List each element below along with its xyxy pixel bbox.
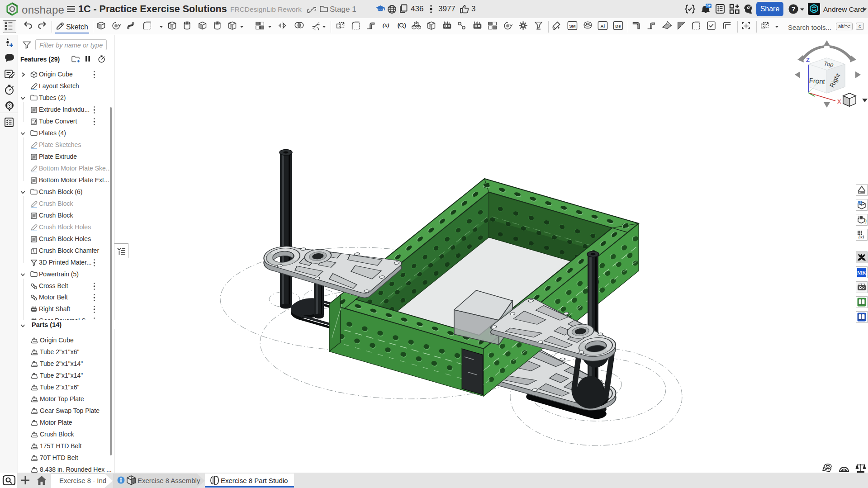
- svg-text:Front: Front: [809, 76, 825, 85]
- svg-text:Ai: Ai: [601, 24, 605, 28]
- svg-text:): ): [404, 22, 406, 28]
- svg-text:?: ?: [791, 5, 795, 13]
- svg-text:9+: 9+: [707, 4, 711, 8]
- svg-text:0 0 0: 0 0 0: [860, 282, 864, 284]
- svg-text:(x): (x): [383, 22, 389, 28]
- svg-text:MK: MK: [857, 270, 867, 276]
- svg-text:(x): (x): [859, 234, 864, 240]
- svg-text:}: }: [864, 218, 867, 224]
- svg-text:Ds: Ds: [615, 24, 621, 28]
- svg-text:Top: Top: [823, 60, 834, 68]
- svg-text:X: X: [837, 98, 841, 105]
- svg-text:Z: Z: [806, 57, 810, 63]
- svg-text:SM: SM: [569, 24, 576, 28]
